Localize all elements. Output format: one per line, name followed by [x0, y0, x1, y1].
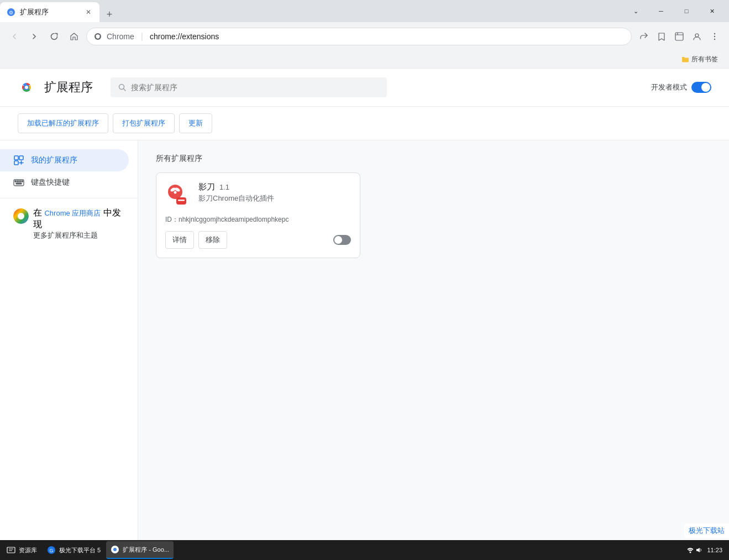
search-input[interactable] — [131, 83, 380, 92]
taskbar-label-library: 资源库 — [19, 546, 37, 554]
load-unpacked-button[interactable]: 加载已解压的扩展程序 — [18, 113, 108, 133]
tab-favicon: ⚙ — [7, 8, 15, 17]
taskbar-right: 11:23 — [687, 547, 727, 553]
svg-text:⚙: ⚙ — [9, 10, 13, 15]
search-icon — [118, 83, 127, 92]
taskbar-item-extensions[interactable]: 扩展程序 - Goo... — [106, 541, 174, 559]
tab-strip: ⚙ 扩展程序 ✕ + — [0, 0, 618, 22]
svg-rect-30 — [7, 547, 15, 553]
extension-name: 影刀 — [198, 182, 215, 192]
store-link-section: 在 Chrome 应用商店 中发现 更多扩展程序和主题 — [0, 198, 138, 249]
svg-rect-17 — [15, 181, 17, 182]
svg-text:G: G — [49, 548, 53, 553]
main-content: 所有扩展程序 — [138, 140, 729, 540]
network-icon — [687, 547, 694, 553]
store-desc: 更多扩展程序和主题 — [33, 231, 124, 240]
toolbar-actions — [636, 29, 722, 44]
extension-id: ID：nhkjnlcggomjhckdeamipedlomphkepc — [165, 215, 351, 224]
new-tab-button[interactable]: + — [102, 7, 117, 22]
taskbar-label-aurora: 极光下载平台 5 — [59, 546, 101, 554]
tab-search-button[interactable] — [672, 29, 687, 44]
tab-close-button[interactable]: ✕ — [84, 8, 93, 17]
home-button[interactable] — [66, 29, 82, 44]
aurora-icon: G — [47, 546, 56, 554]
address-separator: | — [141, 32, 143, 41]
sidebar-item-label: 我的扩展程序 — [31, 155, 77, 165]
title-bar: ⚙ 扩展程序 ✕ + ⌄ ─ □ ✕ — [0, 0, 729, 22]
restore-down-button[interactable]: ⌄ — [623, 2, 648, 20]
sidebar-item-keyboard-shortcuts[interactable]: 键盘快捷键 — [0, 171, 129, 193]
forward-button[interactable] — [27, 29, 42, 44]
active-tab[interactable]: ⚙ 扩展程序 ✕ — [0, 2, 99, 22]
bookmarks-bar: 所有书签 — [0, 51, 729, 69]
keyboard-icon — [13, 177, 24, 188]
browser-toolbar: Chrome | chrome://extensions — [0, 22, 729, 51]
page-body: 我的扩展程序 键盘快捷键 — [0, 140, 729, 540]
extension-name-row: 影刀 1.1 — [198, 182, 351, 192]
chrome-logo — [18, 78, 35, 96]
taskbar-sys-icons — [687, 547, 702, 553]
clock-time: 11:23 — [707, 547, 722, 553]
developer-mode-toggle[interactable] — [691, 82, 711, 93]
svg-point-5 — [714, 33, 715, 34]
store-prefix: 在 — [33, 208, 42, 217]
security-icon — [93, 32, 102, 41]
developer-mode-label: 开发者模式 — [651, 82, 687, 92]
svg-rect-3 — [675, 33, 683, 40]
extension-card-header: 影刀 1.1 影刀Chrome自动化插件 — [165, 182, 351, 208]
update-button[interactable]: 更新 — [179, 113, 212, 133]
store-text: 在 Chrome 应用商店 中发现 更多扩展程序和主题 — [33, 207, 124, 240]
search-box[interactable] — [111, 77, 387, 97]
svg-rect-18 — [17, 181, 19, 182]
chrome-taskbar-icon — [111, 545, 119, 554]
bookmarks-folder[interactable]: 所有书签 — [677, 53, 722, 66]
window-controls: ⌄ ─ □ ✕ — [618, 0, 729, 22]
share-button[interactable] — [636, 29, 652, 44]
svg-rect-20 — [22, 181, 23, 182]
library-icon — [7, 546, 15, 554]
address-bar[interactable]: Chrome | chrome://extensions — [86, 28, 632, 45]
address-brand: Chrome — [107, 32, 134, 41]
extension-toggle[interactable] — [333, 235, 351, 245]
sidebar: 我的扩展程序 键盘快捷键 — [0, 140, 138, 540]
close-button[interactable]: ✕ — [699, 2, 725, 20]
taskbar-item-library[interactable]: 资源库 — [2, 541, 41, 559]
sidebar-item-keyboard-label: 键盘快捷键 — [31, 177, 70, 187]
svg-point-34 — [113, 548, 117, 551]
svg-point-11 — [25, 86, 28, 89]
extension-toggle-knob — [334, 236, 342, 244]
extensions-top-bar: 扩展程序 开发者模式 — [0, 69, 729, 107]
extension-remove-button[interactable]: 移除 — [198, 231, 227, 249]
folder-icon — [681, 56, 689, 64]
svg-rect-21 — [16, 183, 22, 184]
page-title: 扩展程序 — [44, 79, 93, 96]
bookmark-button[interactable] — [654, 29, 669, 44]
reload-button[interactable] — [46, 29, 62, 44]
pack-extension-button[interactable]: 打包扩展程序 — [113, 113, 175, 133]
svg-point-27 — [174, 191, 177, 194]
extension-version: 1.1 — [219, 183, 229, 191]
toggle-knob — [701, 83, 710, 92]
svg-rect-14 — [19, 156, 23, 160]
sidebar-item-my-extensions[interactable]: 我的扩展程序 — [0, 149, 129, 171]
profile-button[interactable] — [689, 29, 705, 44]
store-link[interactable]: Chrome 应用商店 — [44, 209, 101, 217]
menu-button[interactable] — [707, 29, 722, 44]
svg-point-23 — [18, 213, 24, 219]
svg-rect-19 — [19, 181, 21, 182]
back-button[interactable] — [7, 29, 22, 44]
svg-rect-29 — [178, 200, 185, 201]
watermark-text: 极光下载站 — [689, 526, 725, 535]
svg-point-4 — [695, 34, 699, 37]
taskbar-item-aurora[interactable]: G 极光下载平台 5 — [43, 541, 105, 559]
extensions-icon — [13, 155, 24, 166]
minimize-button[interactable]: ─ — [648, 2, 674, 20]
maximize-button[interactable]: □ — [674, 2, 699, 20]
taskbar-label-extensions: 扩展程序 - Goo... — [123, 546, 169, 554]
section-title: 所有扩展程序 — [156, 154, 711, 164]
extension-card: 影刀 1.1 影刀Chrome自动化插件 ID：nhkjnlcggomjhckd… — [156, 172, 360, 258]
svg-point-7 — [714, 39, 715, 40]
watermark: 极光下载站 — [684, 524, 729, 538]
extension-detail-button[interactable]: 详情 — [165, 231, 194, 249]
store-link-row: 在 Chrome 应用商店 中发现 — [33, 207, 124, 231]
